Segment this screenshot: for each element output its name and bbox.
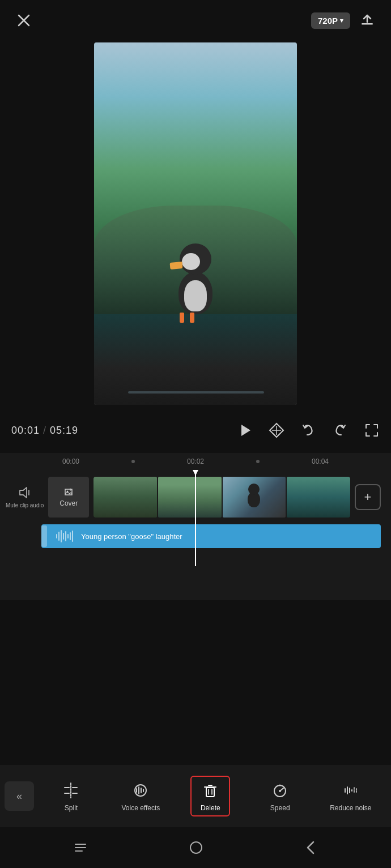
- film-frame-3: [223, 477, 286, 518]
- playback-controls: [237, 422, 380, 438]
- svg-marker-3: [241, 425, 250, 436]
- magic-button[interactable]: [269, 422, 284, 438]
- controls-bar: 00:01 / 05:19: [0, 413, 391, 447]
- resolution-button[interactable]: 720P ▾: [311, 12, 350, 29]
- nav-home[interactable]: [187, 839, 205, 857]
- close-button[interactable]: [14, 10, 34, 31]
- toolbar-item-delete[interactable]: Delete: [190, 776, 230, 816]
- audio-track-handle[interactable]: [41, 525, 47, 547]
- voice-effects-label: Voice effects: [121, 804, 160, 812]
- play-button[interactable]: [237, 422, 253, 438]
- mute-button[interactable]: Mute clip audio: [6, 485, 44, 509]
- audio-track-bar[interactable]: Young person "goose" laughter: [41, 524, 381, 548]
- speed-icon: [270, 780, 290, 801]
- toolbar-back-button[interactable]: «: [5, 781, 34, 811]
- toolbar-item-voice-effects[interactable]: Voice effects: [121, 780, 160, 812]
- video-preview: [94, 42, 297, 405]
- toolbar-item-reduce-noise[interactable]: Reduce noise: [330, 780, 371, 812]
- film-frame-4: [287, 477, 350, 518]
- undo-button[interactable]: [300, 422, 316, 438]
- timeline-area: 00:00 00:02 00:04 Mute clip audio: [0, 453, 391, 600]
- playhead[interactable]: [195, 470, 196, 566]
- add-clip-button[interactable]: +: [355, 484, 381, 510]
- reduce-noise-label: Reduce noise: [330, 804, 371, 812]
- timecode-2: 00:02: [136, 457, 255, 465]
- toolbar-items: Split Voice effects: [36, 776, 386, 816]
- film-frame-2: [158, 477, 222, 518]
- speed-label: Speed: [270, 804, 290, 812]
- upload-button[interactable]: [357, 10, 377, 31]
- fullscreen-button[interactable]: [364, 422, 380, 438]
- split-icon: [61, 780, 81, 801]
- toolbar-item-speed[interactable]: Speed: [260, 780, 300, 812]
- redo-button[interactable]: [332, 422, 348, 438]
- header: 720P ▾: [0, 0, 391, 36]
- bottom-nav: [0, 827, 391, 868]
- delete-label: Delete: [201, 804, 220, 812]
- svg-rect-2: [362, 23, 373, 25]
- nav-back[interactable]: [303, 840, 319, 856]
- voice-effects-icon: [130, 780, 151, 801]
- header-right: 720P ▾: [311, 10, 377, 31]
- time-display: 00:01 / 05:19: [11, 425, 78, 437]
- delete-icon: [200, 780, 220, 801]
- cover-thumbnail[interactable]: Cover: [48, 477, 89, 518]
- audio-label: Young person "goose" laughter: [81, 532, 182, 541]
- video-filmstrip: [94, 477, 350, 518]
- nav-menu[interactable]: [72, 839, 89, 856]
- toolbar-item-split[interactable]: Split: [51, 780, 91, 812]
- timecode-0: 00:00: [11, 457, 130, 465]
- svg-rect-20: [206, 788, 214, 797]
- timeline-tracks: Mute clip audio Cover: [0, 470, 391, 555]
- film-frame-1: [94, 477, 157, 518]
- reduce-noise-icon: [341, 780, 361, 801]
- svg-rect-38: [190, 842, 202, 853]
- svg-marker-7: [20, 488, 27, 498]
- split-label: Split: [65, 804, 78, 812]
- timecode-4: 00:04: [261, 457, 380, 465]
- svg-point-28: [279, 790, 281, 792]
- timecode-ruler: 00:00 00:02 00:04: [0, 453, 391, 470]
- bottom-toolbar: « Split: [0, 765, 391, 827]
